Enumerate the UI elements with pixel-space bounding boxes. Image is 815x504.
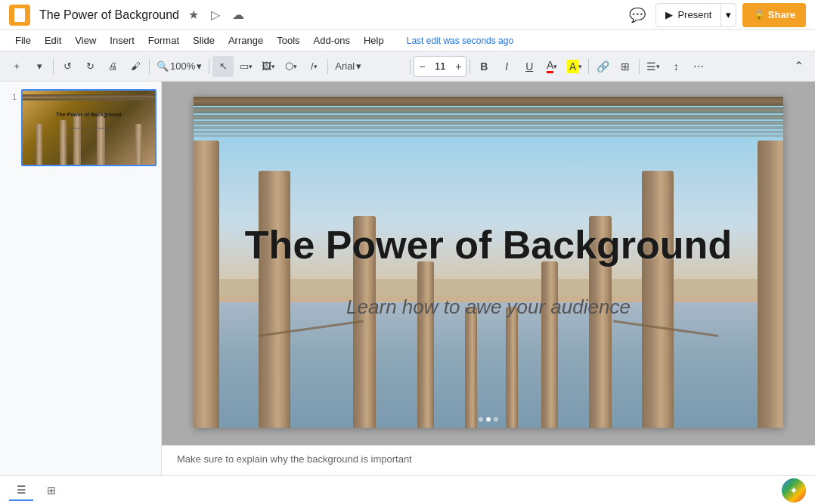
pillar-front-right — [642, 171, 674, 428]
line-spacing-button[interactable]: ↕ — [665, 56, 686, 77]
indicator-dot-active — [486, 417, 491, 422]
separator-7 — [588, 59, 589, 74]
new-slide-dropdown[interactable]: ▾ — [29, 56, 50, 77]
share-button[interactable]: 🔒 Share — [742, 3, 806, 27]
slide-subtitle[interactable]: Learn how to awe your audience — [346, 295, 631, 319]
present-main-button[interactable]: ▶ Present — [656, 4, 720, 26]
ai-icon: ✦ — [789, 484, 798, 496]
separator-6 — [469, 59, 470, 74]
menu-tools[interactable]: Tools — [271, 32, 305, 48]
text-color-button[interactable]: A ▾ — [541, 56, 562, 77]
grid-view-button[interactable]: ⊞ — [39, 480, 64, 501]
image-icon: 🖼 — [262, 60, 271, 72]
drive-icon[interactable]: ▷ — [208, 6, 223, 23]
menu-file[interactable]: File — [9, 32, 37, 48]
draw-icon: ⬡ — [285, 60, 293, 72]
menu-insert[interactable]: Insert — [104, 32, 141, 48]
draw-dropdown: ▾ — [293, 63, 297, 70]
line-tool-button[interactable]: / ▾ — [303, 56, 324, 77]
italic-icon: I — [505, 60, 508, 73]
table-button[interactable]: ⊞ — [615, 56, 636, 77]
collapse-toolbar-button[interactable]: ⌃ — [788, 56, 809, 77]
shape-tool-button[interactable]: ▭ ▾ — [235, 56, 256, 77]
undo-button[interactable]: ↺ — [57, 56, 78, 77]
underline-button[interactable]: U — [519, 56, 540, 77]
deck-bar-3 — [194, 115, 783, 119]
highlight-icon: A — [567, 60, 578, 73]
slide-canvas[interactable]: The Power of Background Learn how to awe… — [194, 97, 783, 428]
speaker-notes-text: Make sure to explain why the background … — [177, 453, 412, 465]
slide-thumbnail[interactable]: The Power of Background Learn how to awe… — [21, 89, 156, 166]
paint-format-button[interactable]: 🖌 — [125, 56, 146, 77]
text-color-dropdown: ▾ — [553, 63, 557, 70]
menu-format[interactable]: Format — [142, 32, 185, 48]
bold-button[interactable]: B — [473, 56, 494, 77]
star-icon[interactable]: ★ — [185, 6, 202, 23]
ai-assistant-button[interactable]: ✦ — [782, 478, 806, 502]
comment-button[interactable]: 💬 — [625, 3, 649, 27]
draw-tool-button[interactable]: ⬡ ▾ — [280, 56, 302, 77]
highlight-button[interactable]: A ▾ — [564, 56, 585, 77]
deck-bar-7 — [194, 135, 783, 137]
redo-button[interactable]: ↻ — [79, 56, 101, 77]
slide-number: 1 — [5, 92, 17, 101]
image-tool-button[interactable]: 🖼 ▾ — [258, 56, 279, 77]
deck-bar-5 — [194, 126, 783, 129]
align-button[interactable]: ☰ ▾ — [643, 56, 664, 77]
separator-2 — [149, 59, 150, 74]
font-dropdown-icon: ▾ — [356, 60, 361, 72]
pillar-outer-right — [758, 141, 783, 428]
pillar-far-left — [465, 307, 477, 428]
menu-slide[interactable]: Slide — [187, 32, 221, 48]
zoom-selector[interactable]: 🔍 100% ▾ — [153, 56, 206, 77]
italic-button[interactable]: I — [496, 56, 517, 77]
last-edit-status: Last edit was seconds ago — [407, 36, 513, 46]
title-bar: The Power of Background ★ ▷ ☁ 💬 ▶ Presen… — [0, 0, 815, 30]
menu-addons[interactable]: Add-ons — [308, 32, 356, 48]
new-icon: + — [14, 60, 20, 72]
pillar-mid-right — [541, 261, 558, 428]
present-dropdown-button[interactable]: ▾ — [720, 4, 736, 26]
shape-dropdown: ▾ — [249, 63, 253, 70]
link-button[interactable]: 🔗 — [592, 56, 613, 77]
indicator-dot — [494, 417, 498, 422]
present-button-group: ▶ Present ▾ — [655, 3, 736, 27]
link-icon: 🔗 — [597, 60, 609, 73]
document-title[interactable]: The Power of Background — [39, 8, 179, 22]
highlight-dropdown: ▾ — [578, 63, 582, 70]
menu-view[interactable]: View — [69, 32, 102, 48]
underline-icon: U — [525, 60, 533, 73]
present-icon: ▶ — [665, 9, 673, 20]
bottom-bar: ☰ ⊞ ✦ — [0, 475, 815, 504]
deck-bar-4 — [194, 121, 783, 125]
line-dropdown: ▾ — [314, 63, 318, 70]
font-selector[interactable]: Arial ▾ — [331, 56, 407, 77]
menu-arrange[interactable]: Arrange — [222, 32, 269, 48]
menu-edit[interactable]: Edit — [39, 32, 67, 48]
separator-5 — [410, 59, 411, 74]
main-area: 1 The Power o — [0, 82, 815, 475]
list-view-button[interactable]: ☰ — [9, 480, 33, 501]
speaker-notes[interactable]: Make sure to explain why the background … — [162, 445, 815, 475]
font-size-input[interactable] — [429, 60, 451, 72]
deck-bar-6 — [194, 131, 783, 133]
deck-bar-1 — [194, 97, 783, 106]
table-icon: ⊞ — [621, 60, 630, 73]
cloud-icon[interactable]: ☁ — [229, 6, 247, 23]
zoom-dropdown-icon: ▾ — [197, 60, 202, 72]
slide-title[interactable]: The Power of Background — [245, 222, 732, 267]
cursor-tool-button[interactable]: ↖ — [212, 56, 234, 77]
collapse-icon: ⌃ — [794, 59, 804, 73]
font-size-box: − + — [414, 56, 466, 77]
zoom-label: 100% — [170, 60, 195, 72]
grid-view-icon: ⊞ — [47, 484, 56, 496]
separator-4 — [327, 59, 328, 74]
font-size-increase-button[interactable]: + — [451, 57, 466, 76]
font-size-decrease-button[interactable]: − — [414, 57, 429, 76]
bottom-bar-left: ☰ ⊞ — [9, 480, 64, 501]
shape-icon: ▭ — [240, 60, 249, 72]
print-button[interactable]: 🖨 — [102, 56, 123, 77]
menu-help[interactable]: Help — [358, 32, 390, 48]
new-slide-button[interactable]: + — [6, 56, 27, 77]
more-options-button[interactable]: ⋯ — [688, 56, 709, 77]
